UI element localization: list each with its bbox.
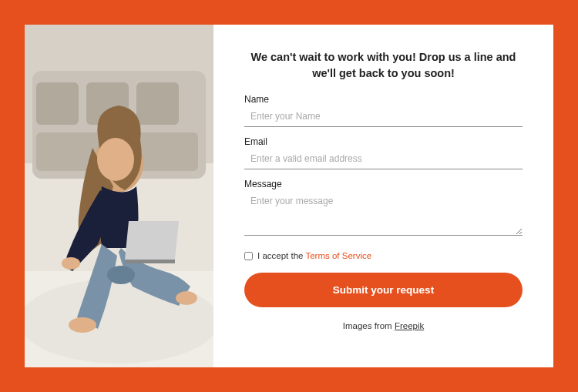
credit-link[interactable]: Freepik xyxy=(395,321,424,330)
name-label: Name xyxy=(244,94,523,105)
form-panel: We can't wait to work with you! Drop us … xyxy=(213,25,553,367)
field-name: Name xyxy=(244,94,523,127)
message-label: Message xyxy=(244,179,523,189)
svg-rect-5 xyxy=(136,82,179,125)
submit-button[interactable]: Submit your request xyxy=(244,273,523,307)
terms-link[interactable]: Terms of Service xyxy=(305,251,371,260)
field-email: Email xyxy=(244,136,523,169)
field-message: Message xyxy=(244,179,523,239)
terms-text: I accept the Terms of Service xyxy=(257,251,371,260)
name-input[interactable] xyxy=(244,106,523,127)
terms-checkbox[interactable] xyxy=(244,252,253,260)
svg-rect-3 xyxy=(36,82,79,125)
svg-point-12 xyxy=(62,257,80,270)
svg-point-11 xyxy=(107,266,135,284)
svg-point-10 xyxy=(97,138,134,181)
contact-card: We can't wait to work with you! Drop us … xyxy=(25,25,553,367)
terms-row: I accept the Terms of Service xyxy=(244,251,523,260)
svg-point-13 xyxy=(69,317,96,333)
svg-point-14 xyxy=(176,291,197,305)
image-credit: Images from Freepik xyxy=(244,321,523,330)
email-label: Email xyxy=(244,136,523,147)
form-heading: We can't wait to work with you! Drop us … xyxy=(244,49,523,82)
message-input[interactable] xyxy=(244,191,523,236)
hero-image xyxy=(25,25,213,367)
email-input[interactable] xyxy=(244,149,523,169)
